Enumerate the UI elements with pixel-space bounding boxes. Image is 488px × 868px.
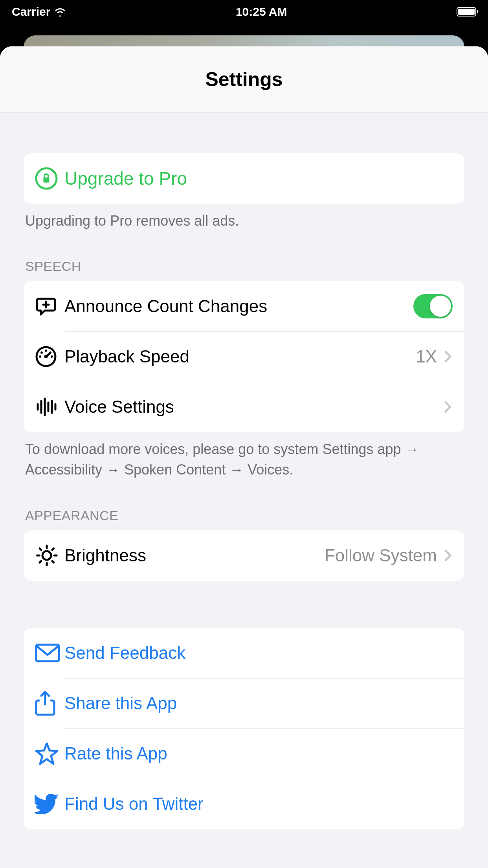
status-time: 10:25 AM [236, 5, 287, 18]
waveform-icon [35, 395, 64, 418]
actions-card: Send Feedback Share this App [24, 628, 464, 829]
speech-card: Announce Count Changes [24, 281, 464, 432]
send-feedback-row[interactable]: Send Feedback [24, 628, 464, 678]
svg-point-9 [42, 551, 51, 560]
playback-speed-row[interactable]: Playback Speed 1X [24, 331, 464, 382]
rate-app-label: Rate this App [64, 744, 453, 763]
wifi-icon [54, 7, 66, 17]
battery-icon [457, 7, 476, 17]
brightness-row[interactable]: Brightness Follow System [24, 530, 464, 581]
svg-point-8 [44, 355, 48, 358]
nav-header: Settings [0, 46, 488, 112]
upgrade-label: Upgrade to Pro [64, 168, 453, 189]
announce-label: Announce Count Changes [64, 296, 413, 316]
share-app-row[interactable]: Share this App [24, 678, 464, 728]
upgrade-card: Upgrade to Pro [24, 153, 464, 204]
speedometer-icon [35, 345, 64, 368]
carrier-label: Carrier [12, 5, 50, 18]
appearance-card: Brightness Follow System [24, 530, 464, 581]
upgrade-footer: Upgrading to Pro removes all ads. [24, 204, 464, 231]
envelope-icon [35, 643, 64, 663]
status-right [457, 7, 476, 17]
status-left: Carrier [12, 5, 66, 18]
lock-circle-icon [35, 167, 64, 190]
speech-plus-icon [35, 295, 64, 318]
playback-speed-label: Playback Speed [64, 347, 416, 366]
sun-icon [35, 543, 64, 568]
svg-point-5 [51, 356, 53, 358]
speech-header: SPEECH [24, 259, 464, 281]
rate-app-row[interactable]: Rate this App [24, 728, 464, 779]
voice-settings-label: Voice Settings [64, 397, 443, 417]
svg-point-6 [41, 352, 43, 354]
share-icon [35, 690, 64, 716]
chevron-right-icon [443, 548, 453, 563]
settings-sheet: Settings Upgrade to Pro Upgrading to Pro… [0, 46, 488, 868]
chevron-right-icon [443, 349, 453, 364]
star-icon [35, 742, 64, 765]
svg-point-7 [39, 356, 41, 358]
twitter-label: Find Us on Twitter [64, 794, 453, 814]
announce-toggle[interactable] [413, 294, 453, 318]
playback-speed-value: 1X [416, 347, 437, 366]
send-feedback-label: Send Feedback [64, 643, 453, 663]
share-app-label: Share this App [64, 693, 453, 713]
chevron-right-icon [443, 399, 453, 415]
speech-footer: To download more voices, please go to sy… [24, 432, 464, 480]
twitter-icon [35, 794, 64, 814]
content[interactable]: Upgrade to Pro Upgrading to Pro removes … [0, 112, 488, 829]
page-title: Settings [205, 68, 283, 91]
svg-point-3 [45, 350, 47, 352]
announce-row[interactable]: Announce Count Changes [24, 281, 464, 331]
status-bar: Carrier 10:25 AM [0, 0, 488, 24]
appearance-header: APPEARANCE [24, 508, 464, 530]
svg-rect-1 [44, 178, 49, 182]
upgrade-row[interactable]: Upgrade to Pro [24, 153, 464, 204]
brightness-value: Follow System [325, 546, 437, 565]
voice-settings-row[interactable]: Voice Settings [24, 382, 464, 432]
twitter-row[interactable]: Find Us on Twitter [24, 779, 464, 829]
brightness-label: Brightness [64, 546, 325, 565]
